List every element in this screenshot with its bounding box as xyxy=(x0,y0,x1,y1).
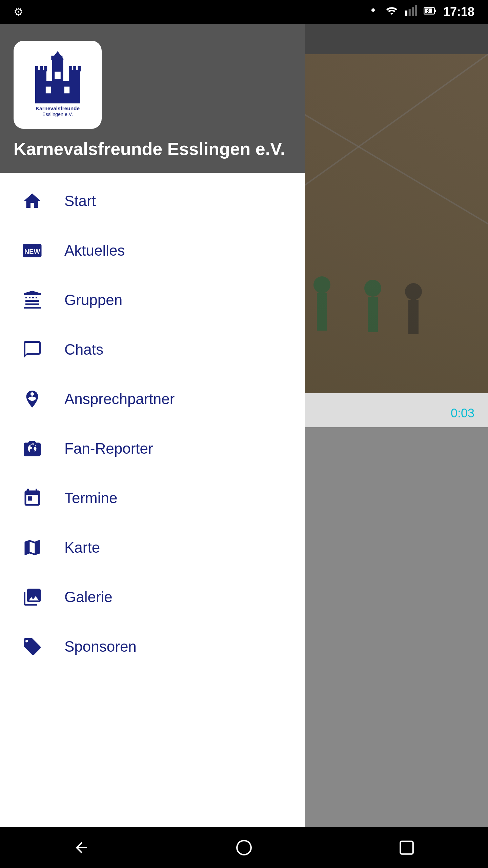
svg-text:Karnevalsfreunde: Karnevalsfreunde xyxy=(36,105,80,111)
nav-label-termine: Termine xyxy=(64,490,118,507)
svg-rect-44 xyxy=(400,841,413,854)
nav-label-galerie: Galerie xyxy=(64,589,113,606)
back-button[interactable] xyxy=(61,834,102,861)
map-icon xyxy=(20,536,44,559)
nav-item-gruppen[interactable]: Gruppen xyxy=(0,275,305,325)
nav-label-fan-reporter: Fan-Reporter xyxy=(64,440,153,457)
nav-item-start[interactable]: Start xyxy=(0,176,305,226)
gallery-icon xyxy=(20,585,44,609)
recent-apps-button[interactable] xyxy=(386,834,427,861)
svg-marker-31 xyxy=(51,51,64,59)
svg-rect-19 xyxy=(35,70,46,103)
settings-icon: ⚙ xyxy=(14,5,23,18)
drawer-header: Karnevalsfreunde Esslingen e.V. Karneval… xyxy=(0,24,305,173)
app-logo: Karnevalsfreunde Esslingen e.V. xyxy=(20,51,95,119)
svg-rect-2 xyxy=(412,7,414,16)
svg-point-42 xyxy=(30,449,35,454)
nav-item-karte[interactable]: Karte xyxy=(0,523,305,572)
nav-item-chats[interactable]: Chats xyxy=(0,325,305,374)
svg-rect-20 xyxy=(69,70,80,103)
app-logo-container: Karnevalsfreunde Esslingen e.V. xyxy=(14,41,102,129)
nav-label-gruppen: Gruppen xyxy=(64,292,122,309)
nav-label-karte: Karte xyxy=(64,539,100,556)
nav-item-termine[interactable]: Termine xyxy=(0,473,305,523)
svg-rect-33 xyxy=(46,87,51,94)
navigation-drawer: Karnevalsfreunde Esslingen e.V. Karneval… xyxy=(0,24,305,868)
wifi-icon xyxy=(385,4,399,19)
svg-rect-3 xyxy=(415,5,417,16)
status-bar: ⚙ 17 xyxy=(0,0,488,24)
svg-text:Esslingen e.V.: Esslingen e.V. xyxy=(42,112,73,117)
calendar-icon xyxy=(20,486,44,510)
nav-item-fan-reporter[interactable]: Fan-Reporter xyxy=(0,424,305,473)
home-icon xyxy=(20,189,44,213)
person-pin-icon xyxy=(20,387,44,411)
status-time: 17:18 xyxy=(443,5,474,19)
new-badge-icon: NEW xyxy=(20,239,44,262)
svg-rect-32 xyxy=(55,72,61,79)
svg-rect-35 xyxy=(52,92,63,103)
nav-label-chats: Chats xyxy=(64,341,103,358)
drawer-nav: Start NEW Aktuelles xyxy=(0,173,305,868)
drawer-overlay: Karnevalsfreunde Esslingen e.V. Karneval… xyxy=(0,24,488,868)
nav-item-sponsoren[interactable]: Sponsoren xyxy=(0,622,305,671)
battery-icon xyxy=(424,6,436,18)
status-bar-right: 17:18 xyxy=(368,4,474,20)
bluetooth-icon xyxy=(368,4,378,20)
nav-item-aktuelles[interactable]: NEW Aktuelles xyxy=(0,226,305,275)
add-camera-icon xyxy=(20,437,44,460)
nav-label-ansprechpartner: Ansprechpartner xyxy=(64,391,175,408)
signal-icon xyxy=(405,5,417,19)
svg-rect-0 xyxy=(405,11,407,16)
home-button[interactable] xyxy=(224,834,264,861)
svg-rect-34 xyxy=(64,87,69,94)
chat-icon xyxy=(20,338,44,361)
drawer-app-title: Karnevalsfreunde Esslingen e.V. xyxy=(14,139,285,159)
svg-rect-6 xyxy=(435,9,436,12)
nav-label-aktuelles: Aktuelles xyxy=(64,242,125,259)
svg-rect-27 xyxy=(52,59,63,83)
svg-text:NEW: NEW xyxy=(24,248,40,255)
svg-rect-1 xyxy=(409,9,411,16)
status-bar-left: ⚙ xyxy=(14,5,23,18)
tag-icon xyxy=(20,635,44,658)
svg-point-43 xyxy=(237,841,251,855)
groups-icon xyxy=(20,288,44,312)
nav-item-galerie[interactable]: Galerie xyxy=(0,572,305,622)
nav-label-start: Start xyxy=(64,193,96,210)
nav-item-ansprechpartner[interactable]: Ansprechpartner xyxy=(0,374,305,424)
bottom-navigation-bar xyxy=(0,827,488,868)
nav-label-sponsoren: Sponsoren xyxy=(64,638,137,655)
